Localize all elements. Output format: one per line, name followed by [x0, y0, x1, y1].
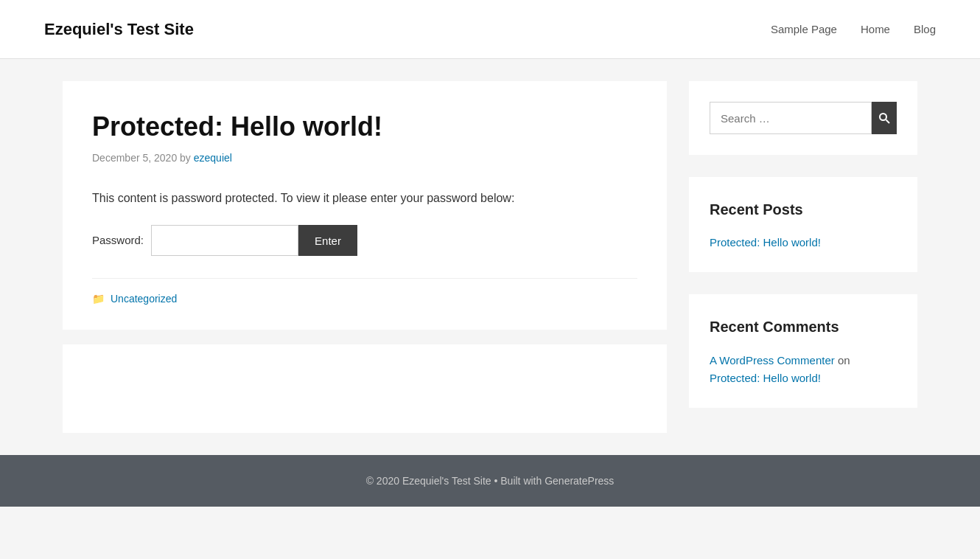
- password-input[interactable]: [151, 225, 298, 256]
- article-meta: December 5, 2020 by ezequiel: [92, 150, 637, 166]
- svg-line-1: [886, 120, 890, 124]
- recent-posts-widget: Recent Posts Protected: Hello world!: [689, 177, 917, 272]
- article-date: December 5, 2020: [92, 152, 177, 164]
- recent-posts-title: Recent Posts: [710, 198, 897, 221]
- enter-button[interactable]: Enter: [298, 225, 357, 256]
- site-nav: Sample Page Home Blog: [771, 21, 936, 38]
- category-link[interactable]: Uncategorized: [111, 291, 177, 307]
- svg-point-0: [880, 114, 886, 120]
- search-form: [710, 102, 897, 134]
- search-input[interactable]: [710, 102, 872, 134]
- footer-text: © 2020 Ezequiel's Test Site • Built with…: [366, 475, 615, 487]
- article-description: This content is password protected. To v…: [92, 189, 637, 208]
- search-icon: [878, 112, 890, 124]
- password-form: Password: Enter: [92, 225, 637, 256]
- site-content: Protected: Hello world! December 5, 2020…: [18, 59, 962, 455]
- password-label: Password:: [92, 232, 144, 249]
- nav-blog[interactable]: Blog: [914, 21, 936, 38]
- article-card: Protected: Hello world! December 5, 2020…: [63, 81, 667, 330]
- search-widget: [689, 81, 917, 155]
- article-author[interactable]: ezequiel: [194, 152, 232, 164]
- sidebar: Recent Posts Protected: Hello world! Rec…: [689, 81, 917, 433]
- comment-entry-0: A WordPress Commenter on Protected: Hell…: [710, 352, 897, 387]
- comment-on-0: on: [838, 354, 850, 367]
- recent-post-link-0[interactable]: Protected: Hello world!: [710, 235, 897, 251]
- nav-home[interactable]: Home: [861, 21, 890, 38]
- article-title: Protected: Hello world!: [92, 111, 637, 142]
- comment-post-link-0[interactable]: Protected: Hello world!: [710, 372, 821, 384]
- site-header: Ezequiel's Test Site Sample Page Home Bl…: [0, 0, 980, 59]
- site-footer: © 2020 Ezequiel's Test Site • Built with…: [0, 455, 980, 507]
- recent-comments-title: Recent Comments: [710, 315, 897, 338]
- empty-card: [63, 344, 667, 433]
- article-by: by: [180, 152, 194, 164]
- site-title[interactable]: Ezequiel's Test Site: [44, 16, 194, 42]
- article-footer: 📁 Uncategorized: [92, 278, 637, 307]
- nav-sample-page[interactable]: Sample Page: [771, 21, 837, 38]
- comment-author-link-0[interactable]: A WordPress Commenter: [710, 354, 835, 367]
- recent-comments-widget: Recent Comments A WordPress Commenter on…: [689, 294, 917, 408]
- main-content: Protected: Hello world! December 5, 2020…: [63, 81, 667, 433]
- search-button[interactable]: [872, 102, 897, 134]
- category-icon: 📁: [92, 291, 105, 307]
